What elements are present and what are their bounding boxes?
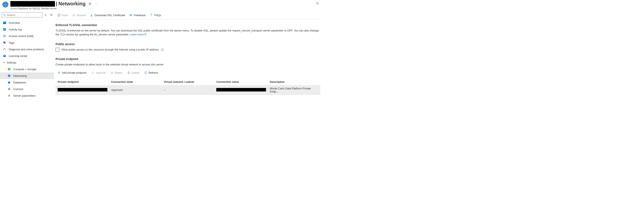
- save-button[interactable]: Save: [56, 12, 70, 19]
- discard-button[interactable]: Discard: [70, 12, 88, 19]
- sidebar-item-learning[interactable]: Learning center: [0, 53, 54, 59]
- refresh-icon: [144, 71, 147, 74]
- th-conn-name[interactable]: Connection name: [214, 79, 268, 85]
- sidebar-item-networking[interactable]: Networking: [0, 72, 54, 79]
- collapse-sidebar-icon[interactable]: [50, 14, 53, 16]
- reject-button[interactable]: Reject: [109, 70, 124, 76]
- databases-icon: [8, 81, 11, 84]
- sidebar-item-compute-storage[interactable]: Compute + storage: [0, 66, 54, 72]
- feedback-button[interactable]: Feedback: [128, 12, 147, 19]
- sidebar-item-server-parameters[interactable]: Server parameters: [0, 92, 54, 99]
- title-block: | Networking ··· Azure Database for MySQ…: [10, 1, 98, 10]
- delete-button[interactable]: Delete: [126, 70, 141, 76]
- private-endpoint-table: Private endpoint Connection state Virtua…: [56, 79, 320, 95]
- networking-icon: [8, 74, 11, 77]
- iam-icon: [3, 34, 6, 38]
- refresh-label: Refresh: [148, 71, 158, 74]
- private-endpoint-title: Private endpoint: [56, 57, 320, 61]
- refresh-button[interactable]: Refresh: [142, 70, 160, 76]
- sidebar-item-iam[interactable]: Access control (IAM): [0, 33, 54, 39]
- blade-header: | Networking ··· Azure Database for MySQ…: [0, 0, 322, 11]
- tls-section-body: TLS/SSL is enforced on the server by def…: [56, 29, 320, 37]
- svg-rect-16: [4, 55, 6, 56]
- discard-icon: [72, 14, 76, 17]
- sidebar-item-diagnose[interactable]: Diagnose and solve problems: [0, 46, 54, 53]
- sidebar-search[interactable]: [2, 12, 43, 17]
- learning-icon: [3, 54, 6, 57]
- sidebar-item-label: Databases: [13, 81, 26, 84]
- faqs-label: FAQs: [154, 14, 161, 17]
- question-icon: [150, 14, 153, 17]
- chevron-down-icon: [3, 61, 6, 63]
- th-endpoint[interactable]: Private endpoint: [56, 79, 109, 85]
- sidebar-section-settings[interactable]: Settings: [0, 59, 54, 66]
- favorite-star-icon[interactable]: [88, 2, 92, 5]
- check-icon: [91, 71, 94, 74]
- feedback-icon: [129, 14, 132, 17]
- add-private-endpoint-button[interactable]: Add private endpoint: [56, 70, 88, 76]
- resource-type-icon: [2, 1, 9, 8]
- public-access-title: Public access: [56, 42, 320, 46]
- command-bar: Save Discard Download SSL Certificate: [54, 11, 322, 19]
- cell-state: Approved: [109, 85, 162, 95]
- download-icon: [90, 14, 93, 17]
- tags-icon: [3, 41, 6, 44]
- sidebar-item-tags[interactable]: Tags: [0, 39, 54, 46]
- search-input[interactable]: [7, 13, 41, 16]
- gear-icon: [8, 94, 11, 97]
- activity-log-icon: [3, 28, 6, 31]
- search-icon: [3, 13, 6, 16]
- delete-label: Delete: [132, 71, 140, 74]
- svg-rect-7: [4, 22, 5, 22]
- private-endpoint-desc: Create private endpoints to allow hosts …: [56, 63, 320, 67]
- trash-icon: [127, 71, 130, 74]
- sidebar-item-connect[interactable]: Connect: [0, 86, 54, 92]
- sort-icon[interactable]: [45, 13, 48, 16]
- th-desc[interactable]: Description: [268, 79, 320, 85]
- more-menu-icon[interactable]: ···: [95, 2, 98, 5]
- svg-rect-23: [9, 88, 10, 90]
- learn-more-link[interactable]: Learn more: [130, 33, 146, 36]
- sidebar: Overview Activity log Access control (IA…: [0, 11, 54, 99]
- svg-rect-6: [3, 21, 6, 24]
- reject-label: Reject: [115, 71, 122, 74]
- svg-point-12: [4, 35, 4, 36]
- sidebar-item-label: Access control (IAM): [9, 34, 34, 38]
- faqs-button[interactable]: FAQs: [148, 12, 163, 19]
- download-ssl-label: Download SSL Certificate: [94, 14, 125, 17]
- table-row[interactable]: Approved -- Monte Carlo Data Platform Pr…: [56, 85, 320, 95]
- svg-point-24: [9, 95, 10, 96]
- title-sep: |: [56, 1, 57, 7]
- redacted-endpoint-name: [58, 88, 108, 91]
- page-title: Networking: [58, 1, 86, 7]
- sidebar-item-activity-log[interactable]: Activity log: [0, 26, 54, 33]
- sidebar-item-label: Compute + storage: [13, 68, 36, 71]
- sidebar-item-overview[interactable]: Overview: [0, 19, 54, 26]
- sidebar-item-label: Networking: [13, 74, 27, 77]
- cell-vnet: --: [162, 85, 214, 95]
- svg-line-5: [5, 15, 6, 16]
- approve-button[interactable]: Approve: [89, 70, 107, 76]
- content-pane: Save Discard Download SSL Certificate: [54, 11, 322, 97]
- th-state[interactable]: Connection state: [109, 79, 162, 85]
- info-icon[interactable]: [161, 48, 164, 51]
- svg-rect-27: [58, 15, 60, 16]
- th-vnet[interactable]: Virtual network / subnet: [162, 79, 214, 85]
- svg-point-18: [8, 75, 10, 77]
- sidebar-item-databases[interactable]: Databases: [0, 79, 54, 86]
- sidebar-item-label: Diagnose and solve problems: [9, 48, 44, 51]
- public-access-checkbox[interactable]: [56, 48, 59, 51]
- close-icon[interactable]: [316, 2, 319, 5]
- sidebar-section-label: Settings: [7, 61, 16, 64]
- download-ssl-button[interactable]: Download SSL Certificate: [88, 12, 127, 19]
- plus-icon: [57, 71, 60, 74]
- connect-icon: [8, 87, 11, 91]
- sidebar-item-label: Connect: [13, 88, 23, 91]
- save-label: Save: [62, 14, 68, 17]
- feedback-label: Feedback: [134, 14, 146, 17]
- svg-rect-26: [58, 14, 60, 15]
- add-label: Add private endpoint: [62, 71, 86, 74]
- redacted-resource-name: [10, 1, 55, 7]
- redacted-conn-name: [216, 88, 266, 91]
- sidebar-item-label: Server parameters: [13, 94, 36, 97]
